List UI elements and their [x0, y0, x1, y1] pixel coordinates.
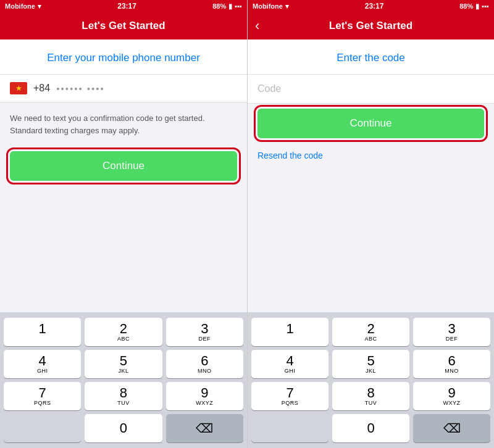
content-1: Enter your mobile phone number ★ +84 •••…	[0, 39, 247, 312]
key-s2-1-3[interactable]: 3 DEF	[413, 318, 490, 346]
key-spacer-1	[4, 414, 81, 442]
carrier-1: Mobifone	[5, 2, 35, 10]
keyboard-row-2-4: 0 ⌫	[248, 412, 494, 444]
code-placeholder: Code	[257, 83, 281, 94]
continue-button-2[interactable]: Continue	[257, 109, 484, 138]
battery-1: 88%	[212, 2, 226, 10]
key-s2-0[interactable]: 0	[332, 414, 409, 442]
keyboard-row-1: 1 2 ABC 3 DEF	[0, 316, 247, 348]
phone-number-display: •••••• ••••	[56, 83, 105, 94]
status-right-1: 88% ▮ ▪▪▪	[212, 2, 242, 10]
time-1: 23:17	[117, 2, 136, 10]
keyboard-row-2: 4 GHI 5 JKL 6 MNO	[0, 348, 247, 380]
keyboard-row-2-2: 4 GHI 5 JKL 6 MNO	[248, 348, 494, 380]
code-input[interactable]: Code	[248, 74, 494, 104]
empty-space-1	[0, 186, 247, 312]
key-3-3[interactable]: 9 WXYZ	[166, 382, 243, 410]
keyboard-row-3: 7 PQRS 8 TUV 9 WXYZ	[0, 380, 247, 412]
key-s2-2-2[interactable]: 5 JKL	[332, 350, 409, 378]
key-0-1[interactable]: 0	[85, 414, 162, 442]
battery-icon-1: ▮	[228, 2, 232, 10]
key-s2-3-3[interactable]: 9 WXYZ	[413, 382, 490, 410]
keyboard-1: 1 2 ABC 3 DEF 4 GHI 5 JKL 6 MN	[0, 312, 247, 448]
battery-icon-2: ▮	[475, 2, 479, 10]
keyboard-row-4: 0 ⌫	[0, 412, 247, 444]
content-2: Enter the code Code Continue Resend the …	[248, 39, 494, 312]
keyboard-2: 1 2 ABC 3 DEF 4 GHI 5 JKL 6 MN	[248, 312, 494, 448]
key-s2-1-1[interactable]: 1	[251, 318, 329, 346]
vietnam-flag: ★	[10, 82, 27, 94]
key-3-2[interactable]: 8 TUV	[85, 382, 162, 410]
back-button[interactable]: ‹	[255, 18, 259, 34]
key-1-3[interactable]: 3 DEF	[166, 318, 243, 346]
key-s2-spacer	[251, 414, 329, 442]
status-bar-1: Mobifone ▾ 23:17 88% ▮ ▪▪▪	[0, 0, 247, 12]
key-2-1[interactable]: 4 GHI	[4, 350, 81, 378]
info-text: We need to text you a confirmation code …	[0, 102, 247, 146]
nav-bar-2: ‹ Let's Get Started	[248, 12, 494, 39]
key-2-3[interactable]: 6 MNO	[166, 350, 243, 378]
key-s2-delete[interactable]: ⌫	[413, 414, 490, 442]
nav-title-1: Let's Get Started	[82, 20, 165, 32]
phone-input-row[interactable]: ★ +84 •••••• ••••	[0, 74, 247, 102]
keyboard-row-2-3: 7 PQRS 8 TUV 9 WXYZ	[248, 380, 494, 412]
key-2-2[interactable]: 5 JKL	[85, 350, 162, 378]
key-delete-1[interactable]: ⌫	[166, 414, 243, 442]
code-screen-title: Enter the code	[248, 39, 494, 74]
signal-icon-1: ▪▪▪	[235, 2, 242, 10]
key-1-2[interactable]: 2 ABC	[85, 318, 162, 346]
status-bar-2: Mobifone ▾ 23:17 88% ▮ ▪▪▪	[248, 0, 494, 12]
carrier-2: Mobifone	[253, 2, 283, 10]
status-left-2: Mobifone ▾	[253, 2, 289, 10]
key-1-1[interactable]: 1	[4, 318, 81, 346]
status-right-2: 88% ▮ ▪▪▪	[459, 2, 489, 10]
status-left-1: Mobifone ▾	[5, 2, 41, 10]
time-2: 23:17	[365, 2, 384, 10]
key-s2-3-1[interactable]: 7 PQRS	[251, 382, 329, 410]
phone-screen-title: Enter your mobile phone number	[0, 39, 247, 74]
resend-link[interactable]: Resend the code	[248, 143, 494, 168]
signal-icon-2: ▪▪▪	[482, 2, 489, 10]
battery-2: 88%	[459, 2, 473, 10]
key-s2-3-2[interactable]: 8 TUV	[332, 382, 409, 410]
key-s2-2-3[interactable]: 6 MNO	[413, 350, 490, 378]
continue-button-1[interactable]: Continue	[10, 151, 237, 181]
keyboard-row-2-1: 1 2 ABC 3 DEF	[248, 316, 494, 348]
wifi-icon-2: ▾	[285, 2, 289, 10]
nav-bar-1: Let's Get Started	[0, 12, 247, 39]
code-screen: Mobifone ▾ 23:17 88% ▮ ▪▪▪ ‹ Let's Get S…	[247, 0, 494, 448]
wifi-icon-1: ▾	[38, 2, 41, 10]
nav-title-2: Let's Get Started	[329, 20, 412, 32]
empty-space-2	[248, 168, 494, 312]
phone-number-screen: Mobifone ▾ 23:17 88% ▮ ▪▪▪ Let's Get Sta…	[0, 0, 247, 448]
key-s2-2-1[interactable]: 4 GHI	[251, 350, 329, 378]
country-code: +84	[33, 83, 50, 94]
key-3-1[interactable]: 7 PQRS	[4, 382, 81, 410]
key-s2-1-2[interactable]: 2 ABC	[332, 318, 409, 346]
